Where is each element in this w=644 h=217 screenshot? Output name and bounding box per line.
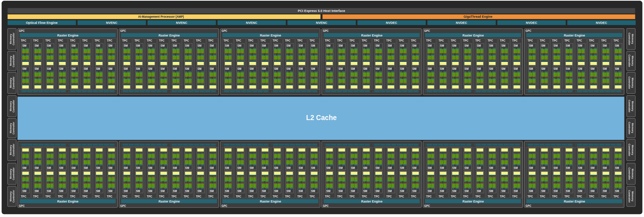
svg-text:Controller: Controller (12, 33, 15, 45)
svg-text:NVDEC: NVDEC (456, 21, 467, 25)
svg-text:Controller: Controller (12, 100, 15, 112)
svg-text:AI-Management Processor (AMP): AI-Management Processor (AMP) (138, 15, 184, 18)
svg-text:NVENC: NVENC (106, 21, 118, 25)
svg-text:NVDEC: NVDEC (386, 21, 397, 25)
svg-text:Controller: Controller (628, 122, 631, 135)
svg-text:Controller: Controller (628, 144, 631, 156)
svg-text:NVDEC: NVDEC (596, 21, 607, 25)
svg-text:Controller: Controller (628, 190, 631, 203)
svg-text:Controller: Controller (12, 122, 15, 135)
svg-text:Controller: Controller (628, 100, 631, 112)
svg-text:Controller: Controller (12, 55, 15, 67)
svg-text:GigaThread Engine: GigaThread Engine (464, 15, 492, 18)
svg-text:Controller: Controller (628, 33, 631, 45)
svg-text:Controller: Controller (628, 55, 631, 67)
svg-text:NVENC: NVENC (316, 21, 327, 25)
svg-text:PCI Express 5.0 Host Interface: PCI Express 5.0 Host Interface (298, 9, 345, 13)
svg-text:Controller: Controller (12, 144, 15, 156)
svg-text:NVDEC: NVDEC (526, 21, 538, 25)
svg-text:Optical Flow Engine: Optical Flow Engine (26, 21, 58, 25)
svg-text:Controller: Controller (628, 167, 631, 180)
svg-text:Controller: Controller (12, 190, 15, 203)
svg-text:NVENC: NVENC (246, 21, 257, 25)
svg-text:Controller: Controller (12, 167, 15, 180)
svg-text:Controller: Controller (12, 76, 15, 89)
svg-text:L2 Cache: L2 Cache (306, 114, 337, 122)
svg-text:Controller: Controller (628, 77, 631, 89)
svg-text:NVENC: NVENC (176, 21, 188, 25)
